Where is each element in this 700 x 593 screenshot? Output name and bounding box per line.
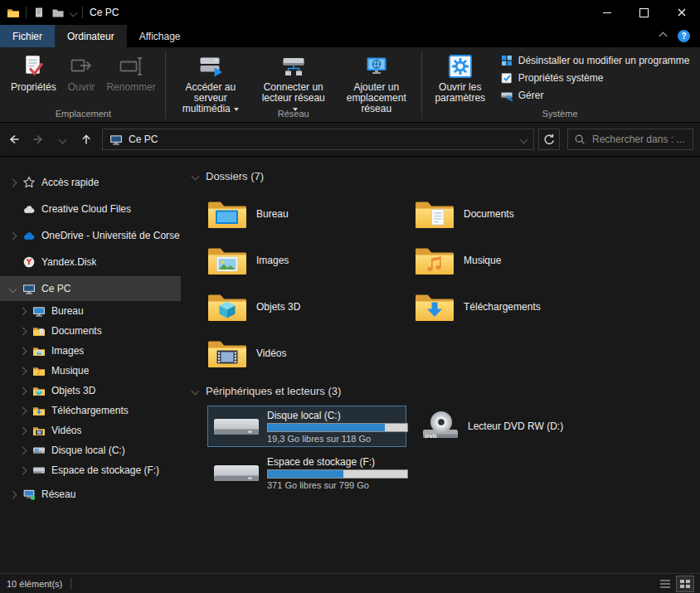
- hard-drive-icon: [213, 459, 260, 487]
- search-icon: [574, 134, 586, 145]
- sidebar-item-images[interactable]: Images: [0, 341, 181, 361]
- sidebar-item-this-pc[interactable]: Ce PC: [0, 276, 181, 301]
- sidebar-item-bureau[interactable]: Bureau: [0, 301, 181, 321]
- pictures-folder-icon: [207, 245, 247, 276]
- folder-tile-musique[interactable]: Musique: [415, 237, 622, 284]
- sidebar-item-objets-3d[interactable]: Objets 3D: [0, 381, 181, 401]
- drive-tile-c[interactable]: Disque local (C:) 19,3 Go libres sur 118…: [207, 406, 406, 447]
- button-label: Ouvrir les paramètres: [431, 82, 489, 104]
- close-button[interactable]: [663, 0, 700, 25]
- sidebar-item-espace-stockage-f[interactable]: Espace de stockage (F:): [0, 460, 181, 480]
- expand-chevron-icon[interactable]: [8, 178, 17, 187]
- folder-tile-documents[interactable]: Documents: [415, 191, 622, 237]
- tab-ordinateur[interactable]: Ordinateur: [55, 25, 127, 47]
- folder-tile-bureau[interactable]: Bureau: [207, 191, 415, 237]
- expand-chevron-icon[interactable]: [18, 426, 27, 435]
- folder-name: Téléchargements: [464, 301, 541, 313]
- folder-tile-videos[interactable]: Vidéos: [207, 330, 415, 377]
- back-button[interactable]: [3, 129, 25, 150]
- expand-chevron-icon[interactable]: [18, 406, 27, 415]
- expand-chevron-icon[interactable]: [18, 446, 27, 454]
- expand-chevron-icon[interactable]: [8, 490, 17, 498]
- collapse-ribbon-icon[interactable]: [659, 32, 668, 41]
- breadcrumb[interactable]: Ce PC: [129, 134, 158, 145]
- expand-chevron-icon[interactable]: [18, 367, 27, 375]
- map-network-drive-button[interactable]: Connecter un lecteur réseau: [252, 51, 335, 104]
- onedrive-cloud-icon: [22, 229, 36, 242]
- qat-dropdown-icon[interactable]: [70, 8, 78, 17]
- expand-chevron-icon[interactable]: [18, 347, 27, 355]
- close-icon: [674, 5, 689, 20]
- tab-affichage[interactable]: Affichage: [127, 25, 193, 47]
- sidebar-item-creative-cloud[interactable]: Creative Cloud Files: [0, 197, 181, 221]
- help-glyph: ?: [681, 32, 686, 41]
- maximize-button[interactable]: [625, 0, 663, 25]
- sidebar-item-telechargements[interactable]: Téléchargements: [0, 401, 181, 420]
- refresh-button[interactable]: [538, 129, 560, 150]
- search-box[interactable]: [567, 129, 693, 150]
- collapse-chevron-icon[interactable]: [8, 284, 17, 293]
- sidebar-item-label: Images: [51, 345, 84, 357]
- expand-chevron-icon[interactable]: [18, 386, 27, 395]
- sidebar-item-quick-access[interactable]: Accès rapide: [0, 170, 181, 195]
- cloud-icon: [22, 202, 36, 216]
- ribbon-group-reseau: Accéder au serveur multimédia Connecter …: [166, 47, 421, 122]
- search-input[interactable]: [591, 133, 687, 146]
- tab-fichier[interactable]: Fichier: [0, 25, 55, 47]
- sidebar-item-onedrive[interactable]: OneDrive - Université de Corse: [0, 223, 181, 248]
- sidebar-item-yandex-disk[interactable]: Y Yandex.Disk: [0, 250, 181, 275]
- item-count: 10 élément(s): [7, 579, 62, 589]
- open-settings-button[interactable]: Ouvrir les paramètres: [425, 51, 495, 104]
- sidebar-item-disque-local-c[interactable]: Disque local (C:): [0, 440, 181, 460]
- minimize-button[interactable]: [588, 0, 625, 25]
- address-bar[interactable]: Ce PC: [102, 129, 534, 150]
- expand-chevron-icon[interactable]: [18, 307, 27, 315]
- window-title: Ce PC: [90, 7, 119, 18]
- qat-properties-icon[interactable]: [32, 6, 46, 19]
- sidebar-item-videos[interactable]: Vidéos: [0, 420, 181, 440]
- folder-tile-objets-3d[interactable]: Objets 3D: [207, 284, 415, 330]
- drive-tile-f[interactable]: Espace de stockage (F:) 371 Go libres su…: [207, 452, 406, 493]
- section-header-peripheriques[interactable]: Périphériques et lecteurs (3): [192, 382, 700, 400]
- documents-folder-icon: [415, 198, 455, 230]
- address-dropdown-icon[interactable]: [520, 135, 528, 143]
- desktop-icon: [32, 304, 46, 318]
- icons-view-button[interactable]: [677, 576, 693, 591]
- documents-folder-icon: [32, 324, 46, 338]
- titlebar[interactable]: Ce PC: [0, 0, 700, 25]
- up-button[interactable]: [75, 129, 97, 150]
- sidebar-item-label: OneDrive - Université de Corse: [41, 230, 180, 241]
- button-label: Désinstaller ou modifier un programme: [518, 55, 690, 66]
- svg-text:Y: Y: [26, 258, 32, 266]
- properties-button[interactable]: Propriétés: [5, 51, 62, 104]
- this-pc-icon: [22, 282, 36, 295]
- expand-chevron-icon[interactable]: [18, 327, 27, 335]
- details-view-button[interactable]: [657, 576, 673, 591]
- help-icon[interactable]: ?: [678, 30, 690, 42]
- sidebar-item-documents[interactable]: Documents: [0, 321, 181, 341]
- qat-new-folder-icon[interactable]: [51, 6, 65, 19]
- system-properties-button[interactable]: Propriétés système: [495, 70, 695, 86]
- drive-tile-dvd[interactable]: DVD Lecteur DVD RW (D:): [415, 406, 614, 447]
- folder-tile-images[interactable]: Images: [207, 237, 415, 284]
- media-server-button[interactable]: Accéder au serveur multimédia: [169, 51, 252, 104]
- dvd-drive-icon: DVD: [420, 410, 460, 443]
- collapse-section-icon[interactable]: [192, 172, 200, 180]
- uninstall-program-button[interactable]: Désinstaller ou modifier un programme: [495, 52, 695, 69]
- expand-chevron-icon[interactable]: [8, 231, 17, 240]
- forward-button[interactable]: [27, 129, 49, 150]
- collapse-section-icon[interactable]: [192, 386, 200, 395]
- manage-button[interactable]: Gérer: [495, 87, 695, 104]
- expand-chevron-icon[interactable]: [18, 466, 27, 474]
- media-server-icon: [197, 53, 224, 80]
- add-network-location-button[interactable]: Ajouter un emplacement réseau: [335, 51, 418, 104]
- star-icon: [22, 176, 36, 189]
- sidebar-item-reseau[interactable]: Réseau: [0, 482, 181, 507]
- sidebar-item-musique[interactable]: Musique: [0, 361, 181, 381]
- section-header-dossiers[interactable]: Dossiers (7): [192, 167, 700, 185]
- open-button[interactable]: Ouvrir: [62, 51, 101, 104]
- folder-tile-telechargements[interactable]: Téléchargements: [415, 284, 622, 330]
- recent-locations-button[interactable]: [51, 129, 73, 150]
- drives-grid: Disque local (C:) 19,3 Go libres sur 118…: [207, 406, 700, 498]
- rename-button[interactable]: Renommer: [100, 51, 161, 104]
